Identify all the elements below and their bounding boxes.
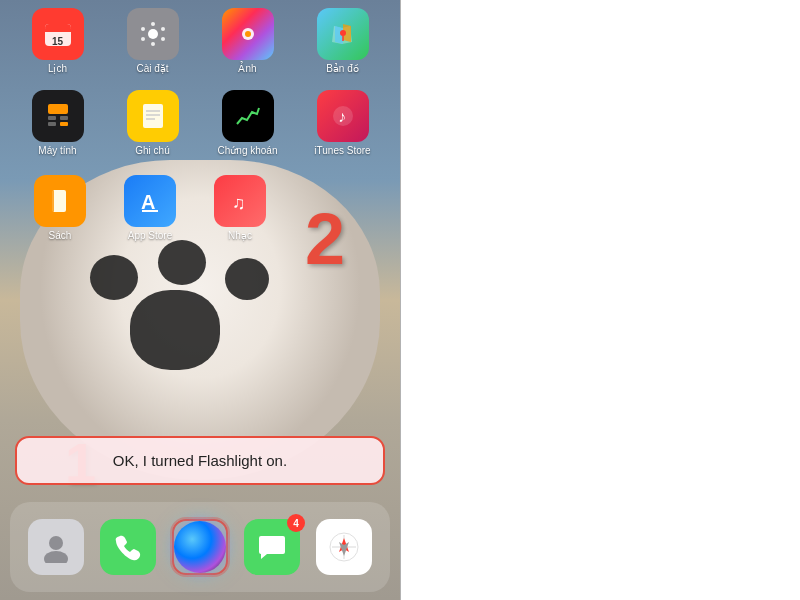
svg-rect-17	[48, 122, 56, 126]
svg-text:A: A	[141, 191, 155, 213]
dock-phone-l[interactable]	[100, 519, 156, 575]
svg-point-6	[161, 27, 165, 31]
settings-icon	[127, 8, 179, 60]
icon-row-top-left: 15 Lịch Cài đặt Ảnh Bản đồ	[0, 8, 400, 74]
svg-text:♫: ♫	[232, 193, 246, 213]
calculator-icon-l	[32, 90, 84, 142]
svg-text:♪: ♪	[338, 108, 346, 125]
svg-rect-2	[45, 29, 71, 32]
svg-point-8	[151, 42, 155, 46]
paw-pad-main	[130, 290, 220, 370]
icon-appstore-l[interactable]: A App Store	[114, 175, 186, 241]
svg-rect-19	[143, 104, 163, 128]
dock-left: 4	[10, 502, 390, 592]
books-icon-l	[34, 175, 86, 227]
maps-icon	[317, 8, 369, 60]
icon-caidat-label: Cài đặt	[136, 63, 168, 74]
icon-nhac-l[interactable]: ♫ Nhạc	[204, 175, 276, 241]
itunes-icon-l: ♪	[317, 90, 369, 142]
icon-anh-label: Ảnh	[238, 63, 256, 74]
appstore-icon-l: A	[124, 175, 176, 227]
dock-contacts-l[interactable]	[28, 519, 84, 575]
panel-divider	[400, 0, 401, 600]
svg-rect-18	[60, 122, 68, 126]
svg-point-9	[141, 37, 145, 41]
icon-sach-l[interactable]: Sách	[24, 175, 96, 241]
paw-pad-tr	[225, 258, 269, 300]
svg-point-13	[340, 30, 346, 36]
paw-pad-tm	[158, 240, 206, 285]
svg-point-30	[44, 551, 68, 563]
music-icon-l: ♫	[214, 175, 266, 227]
icon-bando[interactable]: Bản đồ	[307, 8, 379, 74]
dock-messages-badge-l: 4	[287, 514, 305, 532]
stocks-icon-l	[222, 90, 274, 142]
icon-nhac-l-label: Nhạc	[228, 230, 252, 241]
icon-anh[interactable]: Ảnh	[212, 8, 284, 74]
icon-itunes-l[interactable]: ♪ iTunes Store	[307, 90, 379, 156]
phone-panel-left: 15 Lịch Cài đặt Ảnh Bản đồ	[0, 0, 400, 600]
icon-row-2-left: Máy tính Ghi chú Chứng khoán ♪ iTunes St…	[0, 90, 400, 156]
icon-caidat[interactable]: Cài đặt	[117, 8, 189, 74]
svg-point-10	[141, 27, 145, 31]
svg-text:15: 15	[52, 36, 64, 47]
notes-icon-l	[127, 90, 179, 142]
icon-chungkhoan-l[interactable]: Chứng khoán	[212, 90, 284, 156]
photos-icon	[222, 8, 274, 60]
dock-safari-l[interactable]	[316, 519, 372, 575]
icon-ghichu-l-label: Ghi chú	[135, 145, 169, 156]
svg-point-7	[161, 37, 165, 41]
icon-ghichu-l[interactable]: Ghi chú	[117, 90, 189, 156]
svg-rect-25	[52, 190, 66, 212]
icon-chungkhoan-l-label: Chứng khoán	[218, 145, 278, 156]
dock-siri-l[interactable]	[172, 519, 228, 575]
siri-bubble-left: OK, I turned Flashlight on.	[15, 436, 385, 485]
paw-pad-tl	[90, 255, 138, 300]
icon-lich-label: Lịch	[48, 63, 67, 74]
svg-rect-26	[50, 190, 54, 212]
svg-point-12	[245, 31, 251, 37]
icon-bando-label: Bản đồ	[326, 63, 359, 74]
siri-orb-l	[174, 521, 226, 573]
svg-rect-16	[60, 116, 68, 120]
calendar-icon: 15	[32, 8, 84, 60]
svg-point-29	[49, 536, 63, 550]
siri-message-left: OK, I turned Flashlight on.	[113, 452, 287, 469]
icon-sach-l-label: Sách	[49, 230, 72, 241]
dock-messages-l[interactable]: 4	[244, 519, 300, 575]
icon-itunes-l-label: iTunes Store	[314, 145, 370, 156]
icon-maytinh-l[interactable]: Máy tính	[22, 90, 94, 156]
svg-rect-15	[48, 116, 56, 120]
svg-point-4	[148, 29, 158, 39]
step-number-2: 2	[305, 198, 345, 280]
svg-point-5	[151, 22, 155, 26]
icon-lich[interactable]: 15 Lịch	[22, 8, 94, 74]
icon-maytinh-l-label: Máy tính	[38, 145, 76, 156]
svg-rect-14	[48, 104, 68, 114]
icon-appstore-l-label: App Store	[128, 230, 172, 241]
